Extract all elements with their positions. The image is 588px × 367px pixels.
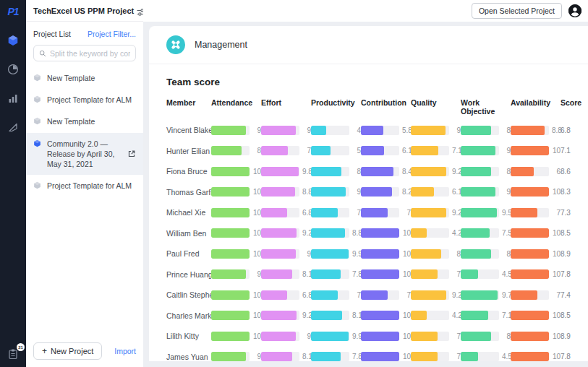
bar-fill	[361, 352, 399, 361]
bar-fill	[261, 167, 299, 176]
bar-track	[511, 187, 549, 197]
bar-track	[211, 269, 250, 279]
bar-track	[411, 352, 449, 361]
bar-track	[361, 187, 399, 197]
cube-icon[interactable]	[7, 35, 19, 46]
search-input[interactable]	[50, 49, 130, 58]
bar-track	[261, 146, 299, 155]
bar-track	[261, 269, 299, 279]
bar-value: 8	[352, 168, 361, 176]
bar-fill	[461, 332, 491, 341]
bar-value: 7	[352, 291, 361, 299]
bar-value: 9	[302, 332, 311, 340]
project-list-item[interactable]: Community 2.0 — Release by April 30, May…	[26, 133, 143, 176]
project-name: Community 2.0 — Release by April 30, May…	[47, 139, 122, 170]
cube-icon	[33, 95, 41, 103]
bar-value: 7	[402, 209, 411, 217]
bar-value: 8	[502, 250, 511, 258]
score-value: 6.8	[561, 126, 571, 134]
member-name: Prince Huang	[166, 270, 211, 279]
bar-chart-icon[interactable]	[7, 92, 19, 104]
score-bar-cell: 8.1	[311, 311, 361, 320]
score-bar-cell: 9.2	[261, 228, 311, 238]
bar-fill	[311, 269, 341, 279]
bar-value: 9	[502, 188, 511, 196]
project-list-item[interactable]: Project Template for ALM	[26, 89, 143, 111]
bar-fill	[261, 146, 288, 155]
project-name: New Template	[47, 116, 95, 126]
bar-track	[311, 187, 349, 197]
column-header: Member	[166, 98, 211, 107]
bar-value: 8	[502, 168, 511, 176]
bar-value: 10	[402, 311, 411, 319]
bar-value: 10	[252, 209, 261, 217]
score-value: 7.8	[561, 270, 571, 278]
bar-track	[411, 126, 449, 135]
column-header: Work Objective	[461, 98, 511, 116]
score-bar-cell: 7	[511, 208, 561, 217]
bar-value: 7	[302, 147, 311, 155]
pie-chart-icon[interactable]	[7, 64, 19, 75]
score-bar-cell: 7	[511, 290, 561, 300]
bar-value: 10	[252, 311, 261, 319]
bar-fill	[511, 290, 537, 300]
score-bar-cell: 10	[511, 249, 561, 259]
bar-track	[311, 249, 349, 259]
bar-fill	[361, 146, 384, 155]
import-link[interactable]: Import	[114, 347, 136, 355]
score-bar-cell: 4.2	[411, 311, 461, 320]
bar-track	[461, 332, 499, 341]
bar-fill	[211, 311, 250, 320]
bar-track	[461, 352, 499, 361]
score-bar-cell: 6.1	[361, 146, 411, 155]
open-selected-project-button[interactable]: Open Selected Project	[472, 3, 562, 19]
table-row: Prince Huang98.17.81074.5107.8	[166, 264, 571, 285]
bar-track	[211, 126, 250, 135]
bar-fill	[411, 228, 427, 238]
bar-fill	[211, 290, 250, 300]
bar-fill	[511, 249, 549, 259]
score-bar-cell: 4.5	[461, 269, 511, 279]
bar-track	[361, 290, 399, 300]
user-avatar-icon[interactable]	[568, 4, 581, 17]
project-list-item[interactable]: New Template	[26, 111, 143, 132]
score-bar-cell: 10	[511, 352, 561, 361]
score-bar-cell: 9	[261, 126, 311, 135]
score-value: 8.5	[561, 229, 571, 237]
pen-icon[interactable]	[7, 121, 19, 133]
project-list-item[interactable]: Project Template for ALM	[26, 175, 143, 197]
member-name: Caitlin Stephen	[166, 290, 211, 299]
app-logo[interactable]: P1	[7, 6, 18, 17]
project-list-item[interactable]: New Template	[26, 67, 143, 89]
score-value: 8.9	[561, 250, 571, 258]
bar-fill	[361, 332, 399, 341]
cube-icon	[33, 117, 41, 125]
score-bar-cell: 10	[511, 228, 561, 238]
bar-fill	[261, 290, 287, 300]
bar-fill	[411, 167, 446, 176]
bar-fill	[311, 167, 341, 176]
score-bar-cell: 8	[461, 249, 511, 259]
new-project-button[interactable]: + New Project	[33, 342, 102, 360]
bar-track	[511, 352, 549, 361]
bar-fill	[211, 126, 246, 135]
score-bar-cell: 10	[511, 187, 561, 197]
bar-value: 6	[552, 168, 561, 176]
project-filter-link[interactable]: Project Filter...	[88, 30, 136, 38]
tasks-clipboard-icon[interactable]: 21	[7, 348, 19, 360]
bar-value: 10	[402, 250, 411, 258]
score-bar-cell: 9	[461, 146, 511, 155]
score-bar-cell: 10	[211, 290, 261, 300]
external-link-icon[interactable]	[127, 150, 136, 158]
score-bar-cell: 10	[361, 311, 411, 320]
score-value: 7.8	[561, 353, 571, 360]
member-name: James Yuan	[166, 353, 211, 361]
bar-track	[461, 208, 499, 217]
bar-track	[461, 146, 499, 155]
column-header: Contribution	[361, 98, 411, 107]
topbar: Open Selected Project	[143, 0, 588, 22]
bar-fill	[311, 249, 349, 259]
bar-value: 10	[552, 229, 561, 237]
project-search[interactable]	[33, 45, 136, 61]
bar-track	[361, 126, 399, 135]
